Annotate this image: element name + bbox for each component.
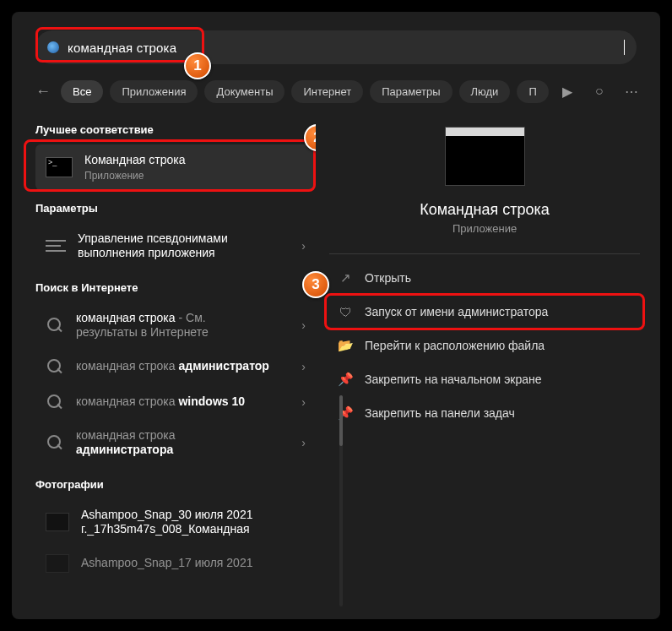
best-match-result[interactable]: Командная строка Приложение (35, 144, 316, 190)
web-result[interactable]: командная строка windows 10 › (35, 384, 316, 420)
image-thumb-icon (46, 513, 69, 531)
photo-result[interactable]: Ashampoo_Snap_17 июля 2021 (35, 546, 316, 581)
preview-title: Командная строка (420, 201, 550, 219)
search-result-icon (46, 316, 64, 335)
chevron-right-icon: › (301, 436, 306, 449)
action-open[interactable]: ↗ Открыть (329, 261, 640, 295)
settings-heading: Параметры (35, 202, 316, 215)
action-run-as-admin[interactable]: 🛡 Запуск от имени администратора (329, 295, 640, 329)
filter-row: ← Все Приложения Документы Интернет Пара… (12, 64, 660, 112)
web-heading: Поиск в Интернете (35, 281, 316, 294)
preview-subtitle: Приложение (453, 222, 517, 235)
results-column: Лучшее соответствие 2 Командная строка П… (12, 112, 316, 611)
best-match-heading: Лучшее соответствие (35, 123, 316, 136)
chevron-right-icon: › (301, 318, 306, 332)
filter-internet[interactable]: Интернет (291, 80, 363, 103)
preview-column: Командная строка Приложение ↗ Открыть 3 … (316, 112, 660, 611)
shield-icon: 🛡 (338, 304, 353, 319)
web-result[interactable]: командная строка - См. результаты в Инте… (35, 302, 316, 349)
filter-settings[interactable]: Параметры (370, 80, 452, 103)
result-subtitle: Приложение (84, 170, 185, 182)
search-panel: 1 ← Все Приложения Документы Интернет Па… (12, 12, 660, 619)
chevron-right-icon: › (301, 395, 306, 409)
image-thumb-icon (46, 554, 69, 573)
photo-result[interactable]: Ashampoo_Snap_30 июля 2021 г._17h35m47s_… (35, 499, 316, 546)
search-input[interactable] (68, 41, 619, 55)
action-pin-taskbar[interactable]: 📌 Закрепить на панели задач (329, 396, 640, 430)
scrollbar[interactable] (339, 395, 343, 607)
action-open-location[interactable]: 📂 Перейти к расположению файла (329, 329, 640, 362)
result-title: Командная строка (84, 153, 185, 168)
search-result-icon (46, 357, 64, 376)
chevron-right-icon: › (301, 239, 306, 253)
filter-all[interactable]: Все (61, 80, 103, 103)
settings-alias-icon (46, 237, 66, 254)
cmd-icon (46, 157, 73, 177)
preview-thumbnail (445, 127, 525, 186)
circle-icon[interactable]: ○ (588, 79, 611, 103)
web-result[interactable]: командная строка администратора › (35, 420, 316, 466)
search-result-icon (46, 433, 64, 452)
open-icon: ↗ (338, 270, 353, 286)
filter-more[interactable]: П (517, 80, 548, 103)
overflow-icon[interactable]: ⋯ (620, 79, 643, 103)
filter-docs[interactable]: Документы (204, 80, 285, 103)
filter-people[interactable]: Люди (459, 80, 511, 103)
pin-icon: 📌 (338, 372, 353, 387)
filter-apps[interactable]: Приложения (110, 80, 198, 103)
action-pin-start[interactable]: 📌 Закрепить на начальном экране (329, 362, 640, 396)
web-result[interactable]: командная строка администратор › (35, 349, 316, 384)
play-icon[interactable]: ▶ (555, 79, 579, 103)
search-result-icon (46, 393, 64, 411)
search-box[interactable] (35, 30, 637, 64)
annotation-badge-3: 3 (302, 271, 329, 298)
settings-result[interactable]: Управление псевдонимами выполнения прило… (35, 223, 316, 269)
chevron-right-icon: › (301, 360, 306, 373)
back-arrow-icon[interactable]: ← (35, 79, 51, 103)
photos-heading: Фотографии (35, 478, 316, 491)
search-icon (47, 41, 59, 53)
annotation-badge-1: 1 (184, 52, 211, 79)
folder-icon: 📂 (338, 338, 353, 353)
